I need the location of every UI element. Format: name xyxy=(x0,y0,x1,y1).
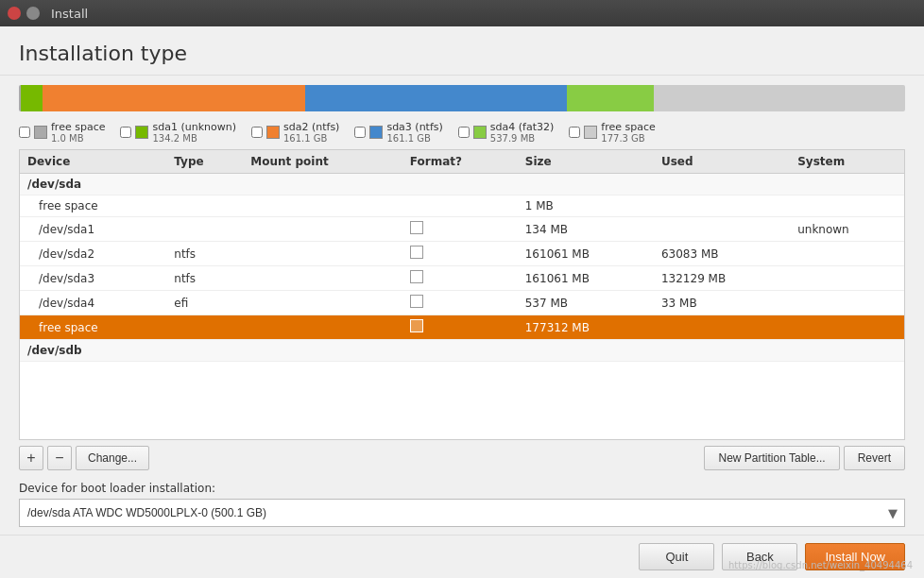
legend-checkbox-sda4[interactable] xyxy=(458,127,470,138)
table-row-free-space-2[interactable]: free space177312 MB xyxy=(20,315,904,340)
legend-name-sda2: sda2 (ntfs) xyxy=(283,121,339,133)
table-row-sda2[interactable]: /dev/sda2ntfs161061 MB63083 MB xyxy=(20,242,904,266)
cell-sda2-5: 63083 MB xyxy=(654,242,790,266)
col-size: Size xyxy=(518,150,654,174)
table-row-free-space-1[interactable]: free space1 MB xyxy=(20,196,904,217)
legend-size-free2: 177.3 GB xyxy=(601,133,655,144)
boot-section: Device for boot loader installation: /de… xyxy=(0,476,924,535)
table-row-sdb-group[interactable]: /dev/sdb xyxy=(20,340,904,362)
cell-sda2-2 xyxy=(243,242,402,266)
legend-item-sda3: sda3 (ntfs)161.1 GB xyxy=(354,121,442,144)
cell-sda3-0: /dev/sda3 xyxy=(20,266,166,291)
cell-free-space-1-5 xyxy=(654,196,790,217)
minimize-button[interactable] xyxy=(26,7,40,20)
cell-sda3-6 xyxy=(790,266,904,291)
legend-size-sda1: 134.2 MB xyxy=(152,133,236,144)
col-mount: Mount point xyxy=(243,150,402,174)
cell-sda2-0: /dev/sda2 xyxy=(20,242,166,266)
legend-color-sda3 xyxy=(369,126,383,139)
boot-select-container: /dev/sda ATA WDC WD5000LPLX-0 (500.1 GB)… xyxy=(19,499,905,527)
disk-bar-container xyxy=(0,76,924,115)
cell-sda4-6 xyxy=(790,291,904,315)
format-checkbox[interactable] xyxy=(410,319,423,332)
partition-toolbar: + − Change... New Partition Table... Rev… xyxy=(0,440,924,476)
legend-color-free2 xyxy=(584,126,597,139)
cell-free-space-2-0: free space xyxy=(20,315,166,340)
disk-segment-sda4 xyxy=(567,85,654,111)
cell-free-space-2-6 xyxy=(790,315,904,340)
disk-segment-free2 xyxy=(654,85,904,111)
legend-checkbox-free2[interactable] xyxy=(569,127,580,138)
table-row-sda3[interactable]: /dev/sda3ntfs161061 MB132129 MB xyxy=(20,266,904,291)
header: Installation type xyxy=(0,26,924,76)
cell-sda3-2 xyxy=(243,266,402,291)
change-partition-button[interactable]: Change... xyxy=(76,446,149,470)
legend-checkbox-sda3[interactable] xyxy=(354,127,366,138)
table-row-sda-group[interactable]: /dev/sda xyxy=(20,174,904,196)
legend-name-sda3: sda3 (ntfs) xyxy=(386,121,442,133)
add-partition-button[interactable]: + xyxy=(19,446,43,470)
cell-sda1-6: unknown xyxy=(790,217,904,242)
cell-sda4-4: 537 MB xyxy=(518,291,654,315)
cell-sda2-1: ntfs xyxy=(166,242,243,266)
legend-color-sda2 xyxy=(266,126,280,139)
cell-sda4-5: 33 MB xyxy=(654,291,790,315)
page-title: Installation type xyxy=(19,42,905,65)
legend-item-free1: free space1.0 MB xyxy=(19,121,105,144)
col-system: System xyxy=(790,150,904,174)
format-checkbox[interactable] xyxy=(410,270,423,283)
cell-sda2-4: 161061 MB xyxy=(518,242,654,266)
col-device: Device xyxy=(20,150,166,174)
titlebar: Install xyxy=(0,0,924,26)
legend-size-sda4: 537.9 MB xyxy=(490,133,554,144)
remove-partition-button[interactable]: − xyxy=(47,446,72,470)
legend-item-sda4: sda4 (fat32)537.9 MB xyxy=(458,121,554,144)
cell-sda4-0: /dev/sda4 xyxy=(20,291,166,315)
legend-checkbox-sda1[interactable] xyxy=(120,127,131,138)
quit-button[interactable]: Quit xyxy=(639,543,714,570)
disk-segment-sda3 xyxy=(305,85,568,111)
disk-legend: free space1.0 MBsda1 (unknown)134.2 MBsd… xyxy=(0,115,924,149)
main-window: Installation type free space1.0 MBsda1 (… xyxy=(0,26,924,578)
cell-free-space-1-3 xyxy=(402,196,518,217)
legend-size-free1: 1.0 MB xyxy=(51,133,105,144)
col-type: Type xyxy=(166,150,243,174)
new-partition-table-button[interactable]: New Partition Table... xyxy=(704,446,839,470)
cell-sda3-5: 132129 MB xyxy=(654,266,790,291)
format-checkbox[interactable] xyxy=(410,246,423,259)
revert-button[interactable]: Revert xyxy=(844,446,905,470)
disk-segment-sda1 xyxy=(21,85,43,111)
close-button[interactable] xyxy=(8,7,21,20)
group-label-sdb-group: /dev/sdb xyxy=(20,340,904,362)
legend-checkbox-sda2[interactable] xyxy=(251,127,263,138)
boot-device-select[interactable]: /dev/sda ATA WDC WD5000LPLX-0 (500.1 GB) xyxy=(19,499,905,527)
legend-name-sda4: sda4 (fat32) xyxy=(490,121,554,133)
cell-sda4-2 xyxy=(243,291,402,315)
format-checkbox[interactable] xyxy=(410,295,423,308)
cell-sda2-6 xyxy=(790,242,904,266)
cell-free-space-1-2 xyxy=(243,196,402,217)
install-now-button[interactable]: Install Now xyxy=(805,543,905,570)
cell-sda1-5 xyxy=(654,217,790,242)
boot-loader-label: Device for boot loader installation: xyxy=(19,482,905,495)
legend-name-free1: free space xyxy=(51,121,105,133)
format-checkbox[interactable] xyxy=(410,221,423,234)
partition-table-container[interactable]: Device Type Mount point Format? Size Use… xyxy=(19,149,905,440)
cell-free-space-2-5 xyxy=(654,315,790,340)
cell-free-space-1-6 xyxy=(790,196,904,217)
partition-table: Device Type Mount point Format? Size Use… xyxy=(20,150,904,362)
legend-color-sda4 xyxy=(473,126,487,139)
legend-item-sda2: sda2 (ntfs)161.1 GB xyxy=(251,121,339,144)
back-button[interactable]: Back xyxy=(722,543,797,570)
table-row-sda4[interactable]: /dev/sda4efi537 MB33 MB xyxy=(20,291,904,315)
cell-sda4-1: efi xyxy=(166,291,243,315)
legend-checkbox-free1[interactable] xyxy=(19,127,30,138)
cell-free-space-2-4: 177312 MB xyxy=(518,315,654,340)
col-format: Format? xyxy=(402,150,518,174)
cell-free-space-1-0: free space xyxy=(20,196,166,217)
cell-free-space-1-1 xyxy=(166,196,243,217)
group-label-sda-group: /dev/sda xyxy=(20,174,904,196)
table-row-sda1[interactable]: /dev/sda1134 MBunknown xyxy=(20,217,904,242)
table-header-row: Device Type Mount point Format? Size Use… xyxy=(20,150,904,174)
window-title: Install xyxy=(51,7,88,21)
